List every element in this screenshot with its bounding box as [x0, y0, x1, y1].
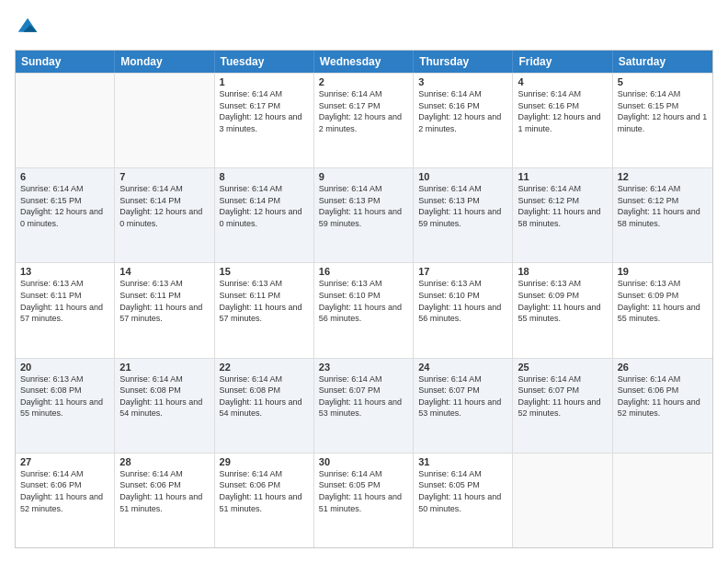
cell-info: Sunrise: 6:14 AM Sunset: 6:16 PM Dayligh…	[418, 88, 507, 134]
day-number: 13	[20, 266, 109, 277]
day-number: 29	[220, 456, 309, 467]
calendar-cell: 26Sunrise: 6:14 AM Sunset: 6:06 PM Dayli…	[613, 359, 712, 453]
calendar-cell	[513, 454, 612, 547]
calendar: SundayMondayTuesdayWednesdayThursdayFrid…	[15, 50, 713, 548]
calendar-cell: 21Sunrise: 6:14 AM Sunset: 6:08 PM Dayli…	[115, 359, 214, 453]
calendar-cell: 31Sunrise: 6:14 AM Sunset: 6:05 PM Dayli…	[414, 454, 513, 547]
cell-info: Sunrise: 6:13 AM Sunset: 6:11 PM Dayligh…	[119, 278, 209, 324]
cell-info: Sunrise: 6:14 AM Sunset: 6:06 PM Dayligh…	[119, 468, 209, 514]
day-number: 3	[418, 76, 507, 87]
cell-info: Sunrise: 6:14 AM Sunset: 6:07 PM Dayligh…	[319, 373, 408, 419]
calendar-cell: 17Sunrise: 6:13 AM Sunset: 6:10 PM Dayli…	[414, 263, 513, 357]
cell-info: Sunrise: 6:14 AM Sunset: 6:06 PM Dayligh…	[20, 468, 109, 514]
calendar-body: 1Sunrise: 6:14 AM Sunset: 6:17 PM Daylig…	[16, 73, 712, 547]
calendar-cell: 27Sunrise: 6:14 AM Sunset: 6:06 PM Dayli…	[16, 454, 115, 547]
day-number: 7	[119, 171, 209, 182]
day-number: 20	[20, 362, 109, 373]
calendar-cell: 3Sunrise: 6:14 AM Sunset: 6:16 PM Daylig…	[414, 74, 513, 167]
calendar-cell: 28Sunrise: 6:14 AM Sunset: 6:06 PM Dayli…	[115, 454, 214, 547]
day-number: 10	[418, 171, 507, 182]
calendar-row: 27Sunrise: 6:14 AM Sunset: 6:06 PM Dayli…	[16, 453, 712, 547]
calendar-cell: 23Sunrise: 6:14 AM Sunset: 6:07 PM Dayli…	[314, 359, 414, 453]
calendar-cell: 30Sunrise: 6:14 AM Sunset: 6:05 PM Dayli…	[314, 454, 414, 547]
cell-info: Sunrise: 6:14 AM Sunset: 6:17 PM Dayligh…	[220, 88, 309, 134]
cell-info: Sunrise: 6:14 AM Sunset: 6:12 PM Dayligh…	[518, 183, 607, 229]
calendar-row: 1Sunrise: 6:14 AM Sunset: 6:17 PM Daylig…	[16, 73, 712, 167]
cell-info: Sunrise: 6:14 AM Sunset: 6:06 PM Dayligh…	[618, 373, 708, 419]
day-number: 14	[119, 266, 209, 277]
header	[15, 15, 713, 40]
cell-info: Sunrise: 6:14 AM Sunset: 6:17 PM Dayligh…	[319, 88, 408, 134]
day-number: 5	[618, 76, 708, 87]
calendar-header-cell: Wednesday	[314, 51, 414, 73]
calendar-cell: 2Sunrise: 6:14 AM Sunset: 6:17 PM Daylig…	[314, 74, 414, 167]
cell-info: Sunrise: 6:13 AM Sunset: 6:11 PM Dayligh…	[20, 278, 109, 324]
calendar-header-cell: Monday	[115, 51, 214, 73]
day-number: 21	[119, 362, 209, 373]
day-number: 19	[618, 266, 708, 277]
calendar-cell: 4Sunrise: 6:14 AM Sunset: 6:16 PM Daylig…	[513, 74, 612, 167]
cell-info: Sunrise: 6:14 AM Sunset: 6:14 PM Dayligh…	[220, 183, 309, 229]
cell-info: Sunrise: 6:14 AM Sunset: 6:06 PM Dayligh…	[220, 468, 309, 514]
cell-info: Sunrise: 6:13 AM Sunset: 6:08 PM Dayligh…	[20, 373, 109, 419]
calendar-cell: 5Sunrise: 6:14 AM Sunset: 6:15 PM Daylig…	[613, 74, 712, 167]
calendar-cell: 16Sunrise: 6:13 AM Sunset: 6:10 PM Dayli…	[314, 263, 414, 357]
calendar-row: 20Sunrise: 6:13 AM Sunset: 6:08 PM Dayli…	[16, 358, 712, 453]
calendar-header-cell: Saturday	[613, 51, 712, 73]
cell-info: Sunrise: 6:14 AM Sunset: 6:05 PM Dayligh…	[319, 468, 408, 514]
calendar-cell: 6Sunrise: 6:14 AM Sunset: 6:15 PM Daylig…	[16, 168, 115, 262]
calendar-cell: 11Sunrise: 6:14 AM Sunset: 6:12 PM Dayli…	[513, 168, 612, 262]
calendar-cell	[115, 74, 214, 167]
cell-info: Sunrise: 6:14 AM Sunset: 6:07 PM Dayligh…	[418, 373, 507, 419]
calendar-header-cell: Friday	[513, 51, 612, 73]
calendar-row: 13Sunrise: 6:13 AM Sunset: 6:11 PM Dayli…	[16, 262, 712, 357]
calendar-cell: 10Sunrise: 6:14 AM Sunset: 6:13 PM Dayli…	[414, 168, 513, 262]
cell-info: Sunrise: 6:13 AM Sunset: 6:10 PM Dayligh…	[319, 278, 408, 324]
cell-info: Sunrise: 6:13 AM Sunset: 6:09 PM Dayligh…	[618, 278, 708, 324]
calendar-cell: 8Sunrise: 6:14 AM Sunset: 6:14 PM Daylig…	[215, 168, 314, 262]
day-number: 25	[518, 362, 607, 373]
calendar-cell: 12Sunrise: 6:14 AM Sunset: 6:12 PM Dayli…	[613, 168, 712, 262]
day-number: 26	[618, 362, 708, 373]
calendar-cell: 25Sunrise: 6:14 AM Sunset: 6:07 PM Dayli…	[513, 359, 612, 453]
cell-info: Sunrise: 6:13 AM Sunset: 6:11 PM Dayligh…	[220, 278, 309, 324]
cell-info: Sunrise: 6:14 AM Sunset: 6:07 PM Dayligh…	[518, 373, 607, 419]
logo-icon	[15, 15, 40, 40]
calendar-row: 6Sunrise: 6:14 AM Sunset: 6:15 PM Daylig…	[16, 167, 712, 262]
cell-info: Sunrise: 6:14 AM Sunset: 6:16 PM Dayligh…	[518, 88, 607, 134]
cell-info: Sunrise: 6:14 AM Sunset: 6:14 PM Dayligh…	[119, 183, 209, 229]
day-number: 4	[518, 76, 607, 87]
cell-info: Sunrise: 6:14 AM Sunset: 6:08 PM Dayligh…	[220, 373, 309, 419]
cell-info: Sunrise: 6:14 AM Sunset: 6:13 PM Dayligh…	[418, 183, 507, 229]
day-number: 9	[319, 171, 408, 182]
cell-info: Sunrise: 6:14 AM Sunset: 6:05 PM Dayligh…	[418, 468, 507, 514]
logo-inner	[15, 15, 44, 40]
calendar-cell: 15Sunrise: 6:13 AM Sunset: 6:11 PM Dayli…	[215, 263, 314, 357]
calendar-cell: 22Sunrise: 6:14 AM Sunset: 6:08 PM Dayli…	[215, 359, 314, 453]
calendar-cell: 9Sunrise: 6:14 AM Sunset: 6:13 PM Daylig…	[314, 168, 414, 262]
calendar-header-row: SundayMondayTuesdayWednesdayThursdayFrid…	[16, 51, 712, 73]
day-number: 16	[319, 266, 408, 277]
calendar-cell: 19Sunrise: 6:13 AM Sunset: 6:09 PM Dayli…	[613, 263, 712, 357]
day-number: 17	[418, 266, 507, 277]
cell-info: Sunrise: 6:13 AM Sunset: 6:09 PM Dayligh…	[518, 278, 607, 324]
cell-info: Sunrise: 6:14 AM Sunset: 6:12 PM Dayligh…	[618, 183, 708, 229]
calendar-cell: 29Sunrise: 6:14 AM Sunset: 6:06 PM Dayli…	[215, 454, 314, 547]
day-number: 15	[220, 266, 309, 277]
day-number: 30	[319, 456, 408, 467]
day-number: 2	[319, 76, 408, 87]
day-number: 6	[20, 171, 109, 182]
day-number: 1	[220, 76, 309, 87]
day-number: 27	[20, 456, 109, 467]
calendar-header-cell: Tuesday	[215, 51, 314, 73]
calendar-cell: 1Sunrise: 6:14 AM Sunset: 6:17 PM Daylig…	[215, 74, 314, 167]
day-number: 8	[220, 171, 309, 182]
day-number: 11	[518, 171, 607, 182]
day-number: 23	[319, 362, 408, 373]
day-number: 22	[220, 362, 309, 373]
cell-info: Sunrise: 6:14 AM Sunset: 6:15 PM Dayligh…	[618, 88, 708, 134]
calendar-cell: 7Sunrise: 6:14 AM Sunset: 6:14 PM Daylig…	[115, 168, 214, 262]
calendar-cell: 13Sunrise: 6:13 AM Sunset: 6:11 PM Dayli…	[16, 263, 115, 357]
cell-info: Sunrise: 6:14 AM Sunset: 6:13 PM Dayligh…	[319, 183, 408, 229]
cell-info: Sunrise: 6:14 AM Sunset: 6:08 PM Dayligh…	[119, 373, 209, 419]
